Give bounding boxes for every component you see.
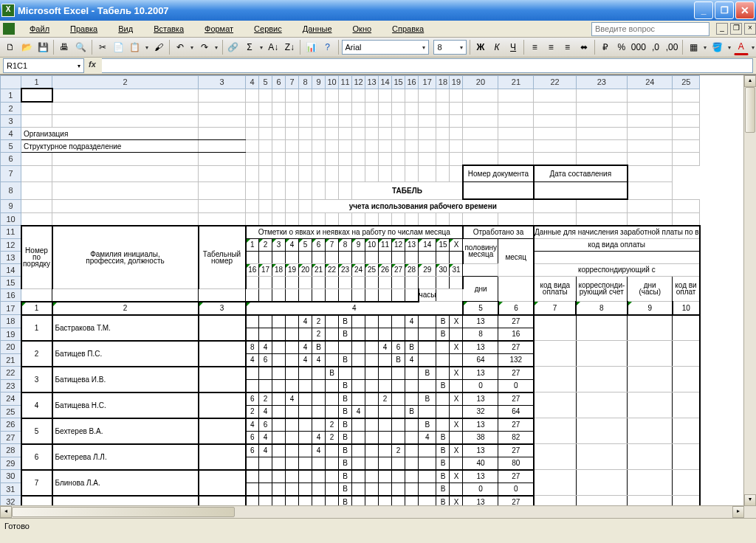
percent-icon[interactable]: % <box>614 39 629 55</box>
vertical-scroll-thumb[interactable] <box>745 87 755 133</box>
name-box[interactable]: R1C1▾ <box>3 58 84 73</box>
maximize-button[interactable]: ❐ <box>715 1 734 19</box>
scroll-right-button[interactable]: ▸ <box>732 506 744 518</box>
new-icon[interactable]: 🗋 <box>3 39 18 55</box>
horizontal-scroll-thumb[interactable] <box>12 507 235 517</box>
formula-input[interactable] <box>102 58 753 73</box>
fill-dropdown[interactable]: ▾ <box>726 40 732 55</box>
sort-desc-icon[interactable]: Z↓ <box>282 39 297 55</box>
paste-icon[interactable]: 📋 <box>128 39 142 55</box>
formula-bar-row: R1C1▾ fx <box>0 58 756 75</box>
menu-insert[interactable]: Вставка <box>143 22 194 35</box>
font-name-combo[interactable]: Arial▾ <box>342 40 430 55</box>
status-bar: Готово <box>0 518 756 533</box>
menu-bar: Файл Правка Вид Вставка Формат Сервис Да… <box>0 21 756 38</box>
window-title: Microsoft Excel - Табель 10.2007 <box>18 5 169 16</box>
inc-decimal-icon[interactable]: ,0 <box>648 39 663 55</box>
redo-dropdown[interactable]: ▾ <box>213 40 219 55</box>
standard-toolbar: 🗋 📂 💾 🖶 🔍 ✂ 📄 📋▾ 🖌 ↶▾ ↷▾ 🔗 Σ▾ A↓ Z↓ 📊 ? … <box>0 38 756 58</box>
italic-icon[interactable]: К <box>489 39 504 55</box>
print-preview-icon[interactable]: 🔍 <box>73 39 88 55</box>
app-menu-icon[interactable] <box>3 23 15 35</box>
underline-icon[interactable]: Ч <box>506 39 520 55</box>
merge-center-icon[interactable]: ⬌ <box>577 39 591 55</box>
print-icon[interactable]: 🖶 <box>57 39 72 55</box>
minimize-button[interactable]: _ <box>694 1 713 19</box>
sort-asc-icon[interactable]: A↓ <box>266 39 281 55</box>
undo-icon[interactable]: ↶ <box>173 39 188 55</box>
fill-color-icon[interactable]: 🪣 <box>709 39 724 55</box>
borders-dropdown[interactable]: ▾ <box>702 40 708 55</box>
undo-dropdown[interactable]: ▾ <box>189 40 195 55</box>
title-bar: X Microsoft Excel - Табель 10.2007 _ ❐ ✕ <box>0 0 756 21</box>
ask-question-input[interactable] <box>591 22 709 36</box>
redo-icon[interactable]: ↷ <box>196 39 211 55</box>
help-icon[interactable]: ? <box>320 39 334 55</box>
autosum-dropdown[interactable]: ▾ <box>258 40 264 55</box>
menu-file[interactable]: Файл <box>19 22 60 35</box>
scroll-up-button[interactable]: ▴ <box>744 75 756 87</box>
worksheet-area[interactable]: 1234567891011121314151617181920212223242… <box>0 75 756 518</box>
status-text: Готово <box>4 522 30 530</box>
bold-icon[interactable]: Ж <box>473 39 488 55</box>
format-painter-icon[interactable]: 🖌 <box>151 39 166 55</box>
dec-decimal-icon[interactable]: ,00 <box>664 39 679 55</box>
spreadsheet-grid[interactable]: 1234567891011121314151617181920212223242… <box>0 75 701 518</box>
align-center-icon[interactable]: ≡ <box>543 39 558 55</box>
vertical-scrollbar[interactable]: ▴ ▾ <box>743 75 756 518</box>
menu-tools[interactable]: Сервис <box>244 22 292 35</box>
cut-icon[interactable]: ✂ <box>95 39 110 55</box>
font-color-icon[interactable]: A <box>734 40 749 55</box>
paste-dropdown[interactable]: ▾ <box>144 40 150 55</box>
menu-window[interactable]: Окно <box>343 22 382 35</box>
menu-help[interactable]: Справка <box>382 22 434 35</box>
save-icon[interactable]: 💾 <box>35 39 50 55</box>
menu-format[interactable]: Формат <box>194 22 244 35</box>
align-right-icon[interactable]: ≡ <box>560 39 574 55</box>
autosum-icon[interactable]: Σ <box>242 39 257 55</box>
font-color-dropdown[interactable]: ▾ <box>750 40 756 55</box>
borders-icon[interactable]: ▦ <box>686 39 701 55</box>
horizontal-scrollbar[interactable]: ◂ ▸ <box>0 505 756 518</box>
scroll-left-button[interactable]: ◂ <box>0 506 12 518</box>
close-button[interactable]: ✕ <box>735 1 755 19</box>
chart-icon[interactable]: 📊 <box>303 39 318 55</box>
open-icon[interactable]: 📂 <box>19 39 34 55</box>
copy-icon[interactable]: 📄 <box>111 39 126 55</box>
excel-icon: X <box>1 4 15 17</box>
fx-icon[interactable]: fx <box>89 60 100 72</box>
select-all-corner[interactable] <box>1 76 21 89</box>
column-header-row[interactable]: 1234567891011121314151617181920212223242… <box>1 76 700 89</box>
menu-view[interactable]: Вид <box>108 22 143 35</box>
menu-edit[interactable]: Правка <box>60 22 108 35</box>
comma-icon[interactable]: 000 <box>630 39 647 55</box>
scroll-down-button[interactable]: ▾ <box>744 494 756 506</box>
currency-icon[interactable]: ₽ <box>598 39 613 55</box>
menu-data[interactable]: Данные <box>292 22 343 35</box>
font-size-combo[interactable]: 8▾ <box>433 40 466 55</box>
doc-minimize-button[interactable]: _ <box>716 23 728 35</box>
align-left-icon[interactable]: ≡ <box>527 39 542 55</box>
doc-close-button[interactable]: × <box>744 23 756 35</box>
doc-restore-button[interactable]: ❐ <box>730 23 742 35</box>
hyperlink-icon[interactable]: 🔗 <box>226 39 241 55</box>
